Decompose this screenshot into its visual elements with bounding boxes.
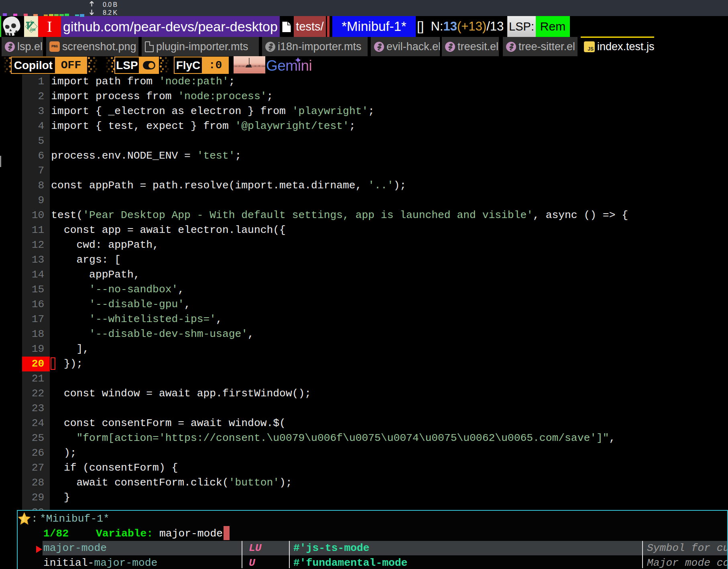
svg-text:im: im: [30, 26, 36, 32]
